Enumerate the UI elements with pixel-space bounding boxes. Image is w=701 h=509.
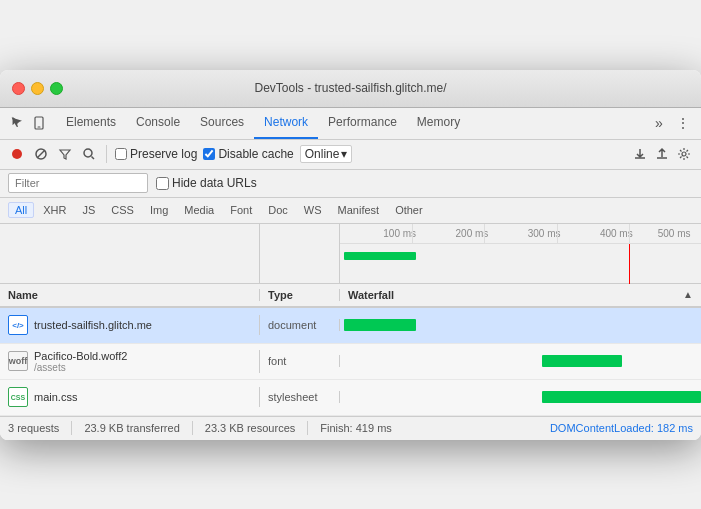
devtools-menu-button[interactable]: ⋮: [673, 113, 693, 133]
maximize-button[interactable]: [50, 82, 63, 95]
ruler-area: 100 ms 200 ms 300 ms 400 ms 500 ms: [0, 224, 701, 284]
type-filter-img[interactable]: Img: [143, 202, 175, 218]
chart-bar-1: [344, 252, 416, 260]
svg-point-7: [682, 152, 686, 156]
row-3-waterfall: [340, 379, 701, 415]
row-3-bar: [542, 391, 701, 403]
tick-200: 200 ms: [456, 228, 489, 239]
title-bar: DevTools - trusted-sailfish.glitch.me/: [0, 70, 701, 108]
ruler-type-spacer: [260, 224, 340, 283]
tab-console[interactable]: Console: [126, 107, 190, 139]
row-2-type: font: [260, 355, 340, 367]
status-transferred: 23.9 KB transferred: [84, 422, 179, 434]
tick-400: 400 ms: [600, 228, 633, 239]
type-filter-css[interactable]: CSS: [104, 202, 141, 218]
table-header: Name Type Waterfall ▲: [0, 284, 701, 308]
export-icon[interactable]: [653, 145, 671, 163]
tab-network[interactable]: Network: [254, 107, 318, 139]
type-filter-manifest[interactable]: Manifest: [331, 202, 387, 218]
row-2-filename: Pacifico-Bold.woff2: [34, 350, 127, 362]
ruler-name-spacer: [0, 224, 260, 283]
row-1-bar: [344, 319, 416, 331]
type-filter-all[interactable]: All: [8, 202, 34, 218]
disable-cache-checkbox[interactable]: Disable cache: [203, 147, 293, 161]
status-divider-1: [71, 421, 72, 435]
type-filter-row: All XHR JS CSS Img Media Font Doc WS Man…: [0, 198, 701, 224]
ruler-line-4: [629, 224, 630, 243]
filter-input[interactable]: [8, 173, 148, 193]
type-filter-js[interactable]: JS: [75, 202, 102, 218]
type-filter-other[interactable]: Other: [388, 202, 430, 218]
wf-ruler: 100 ms 200 ms 300 ms 400 ms 500 ms: [340, 224, 701, 244]
status-requests: 3 requests: [8, 422, 59, 434]
import-icon[interactable]: [631, 145, 649, 163]
row-2-name-group: Pacifico-Bold.woff2 /assets: [34, 350, 127, 373]
nav-icons: [8, 114, 48, 132]
tab-elements[interactable]: Elements: [56, 107, 126, 139]
row-1-waterfall: [340, 307, 701, 343]
type-filter-ws[interactable]: WS: [297, 202, 329, 218]
more-tabs-button[interactable]: »: [649, 113, 669, 133]
dom-loaded-line: [629, 244, 630, 284]
html-file-icon: </>: [8, 315, 28, 335]
tick-300: 300 ms: [528, 228, 561, 239]
status-divider-3: [307, 421, 308, 435]
timeline-area: 100 ms 200 ms 300 ms 400 ms 500 ms: [0, 224, 701, 416]
status-divider-2: [192, 421, 193, 435]
wf-chart: [340, 244, 701, 284]
row-2-name-cell: woff Pacifico-Bold.woff2 /assets: [0, 350, 260, 373]
nav-more-group: » ⋮: [649, 113, 693, 133]
hide-data-urls-input[interactable]: [156, 177, 169, 190]
clear-button[interactable]: [32, 145, 50, 163]
disable-cache-input[interactable]: [203, 148, 215, 160]
window-title: DevTools - trusted-sailfish.glitch.me/: [254, 81, 446, 95]
row-2-subname: /assets: [34, 362, 127, 373]
type-filter-doc[interactable]: Doc: [261, 202, 295, 218]
row-3-name-cell: CSS main.css: [0, 387, 260, 407]
col-header-type[interactable]: Type: [260, 289, 340, 301]
search-icon[interactable]: [80, 145, 98, 163]
minimize-button[interactable]: [31, 82, 44, 95]
close-button[interactable]: [12, 82, 25, 95]
filter-row: Hide data URLs: [0, 170, 701, 198]
row-1-type: document: [260, 319, 340, 331]
type-filter-xhr[interactable]: XHR: [36, 202, 73, 218]
ruler-line-1: [412, 224, 413, 243]
hide-data-urls-checkbox[interactable]: Hide data URLs: [156, 176, 257, 190]
ruler-line-3: [557, 224, 558, 243]
table-row[interactable]: CSS main.css stylesheet: [0, 380, 701, 416]
font-file-icon: woff: [8, 351, 28, 371]
tab-memory[interactable]: Memory: [407, 107, 470, 139]
row-1-name-cell: </> trusted-sailfish.glitch.me: [0, 315, 260, 335]
tab-performance[interactable]: Performance: [318, 107, 407, 139]
status-bar: 3 requests 23.9 KB transferred 23.3 KB r…: [0, 416, 701, 440]
ruler-line-2: [484, 224, 485, 243]
row-2-bar: [542, 355, 621, 367]
table-row[interactable]: </> trusted-sailfish.glitch.me document: [0, 308, 701, 344]
record-button[interactable]: [8, 145, 26, 163]
toolbar-divider-1: [106, 145, 107, 163]
preserve-log-checkbox[interactable]: Preserve log: [115, 147, 197, 161]
table-row[interactable]: woff Pacifico-Bold.woff2 /assets font: [0, 344, 701, 380]
devtools-body: Elements Console Sources Network Perform…: [0, 108, 701, 440]
filter-icon[interactable]: [56, 145, 74, 163]
cursor-icon[interactable]: [8, 114, 26, 132]
type-filter-font[interactable]: Font: [223, 202, 259, 218]
row-3-type: stylesheet: [260, 391, 340, 403]
throttle-select[interactable]: Online ▾: [300, 145, 353, 163]
mobile-icon[interactable]: [30, 114, 48, 132]
tab-sources[interactable]: Sources: [190, 107, 254, 139]
row-1-name-group: trusted-sailfish.glitch.me: [34, 319, 152, 331]
row-2-waterfall: [340, 343, 701, 379]
network-toolbar: Preserve log Disable cache Online ▾: [0, 140, 701, 170]
nav-tabs-bar: Elements Console Sources Network Perform…: [0, 108, 701, 140]
col-header-waterfall[interactable]: Waterfall ▲: [340, 289, 701, 301]
ruler-waterfall: 100 ms 200 ms 300 ms 400 ms 500 ms: [340, 224, 701, 283]
css-file-icon: CSS: [8, 387, 28, 407]
status-finish: Finish: 419 ms: [320, 422, 392, 434]
type-filter-media[interactable]: Media: [177, 202, 221, 218]
col-header-name[interactable]: Name: [0, 289, 260, 301]
preserve-log-input[interactable]: [115, 148, 127, 160]
svg-point-2: [12, 149, 22, 159]
settings-icon[interactable]: [675, 145, 693, 163]
